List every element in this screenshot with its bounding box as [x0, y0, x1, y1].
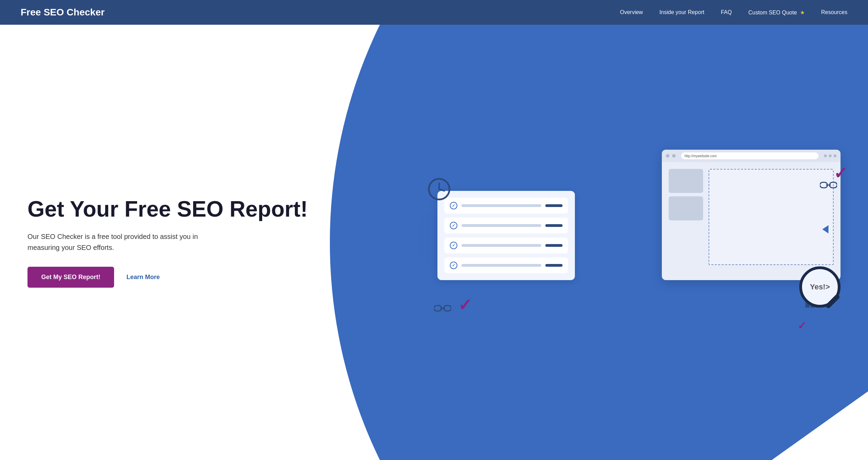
check-circle-1 — [450, 202, 457, 209]
checklist-bar-short-2 — [545, 224, 563, 227]
browser-mockup: http://mywebsite.com — [662, 150, 841, 280]
hero-description: Our SEO Checker is a free tool provided … — [27, 231, 206, 253]
browser-dot-2 — [672, 154, 676, 158]
nav-link-faq[interactable]: FAQ — [721, 9, 732, 15]
checkmark-large-1: ✓ — [458, 295, 472, 314]
browser-action-dot-2 — [829, 154, 832, 157]
magnifier-text: Yes!> — [810, 283, 830, 291]
browser-content — [662, 162, 841, 272]
checklist-row-3 — [444, 238, 568, 253]
nav-links: Overview Inside your Report FAQ Custom S… — [620, 9, 847, 16]
checklist-row-1 — [444, 198, 568, 214]
nav-item-faq[interactable]: FAQ — [721, 9, 732, 15]
magnifier-icon: Yes!> — [799, 266, 854, 321]
checklist-row-2 — [444, 218, 568, 233]
site-logo[interactable]: Free SEO Checker — [21, 7, 104, 18]
checklist-card — [437, 191, 575, 280]
checklist-bar-long-4 — [461, 264, 541, 267]
learn-more-link[interactable]: Learn More — [126, 274, 160, 281]
nav-item-inside-report[interactable]: Inside your Report — [659, 9, 704, 15]
browser-dot-1 — [666, 154, 669, 158]
checkmark-small-1: ✓ — [798, 320, 806, 332]
browser-bar: http://mywebsite.com — [662, 150, 841, 162]
checklist-bar-short-4 — [545, 264, 563, 267]
checklist-bar-long-1 — [461, 204, 541, 207]
hero-actions: Get My SEO Report! Learn More — [27, 267, 424, 288]
sidebar-block-2 — [669, 196, 703, 220]
hero-illustration: http://mywebsite.com — [437, 143, 847, 342]
browser-sidebar — [669, 169, 703, 265]
checklist-bar-long-2 — [461, 224, 541, 227]
navbar: Free SEO Checker Overview Inside your Re… — [0, 0, 868, 25]
nav-item-quote[interactable]: Custom SEO Quote ★ — [748, 9, 805, 16]
hero-left: Get Your Free SEO Report! Our SEO Checke… — [27, 197, 437, 287]
arrow-icon — [822, 225, 828, 233]
magnifier-circle: Yes!> — [799, 266, 841, 308]
checklist-bar-long-3 — [461, 244, 541, 247]
hero-title: Get Your Free SEO Report! — [27, 197, 424, 221]
nav-link-quote[interactable]: Custom SEO Quote ★ — [748, 10, 805, 15]
check-circle-2 — [450, 222, 457, 229]
cta-button[interactable]: Get My SEO Report! — [27, 267, 114, 288]
nav-item-overview[interactable]: Overview — [620, 9, 643, 15]
browser-action-dot-3 — [834, 154, 836, 157]
star-icon: ★ — [800, 10, 805, 15]
checklist-bar-short-1 — [545, 204, 563, 207]
browser-main-area — [709, 169, 834, 265]
checklist-bar-short-3 — [545, 244, 563, 247]
checklist-row-4 — [444, 257, 568, 273]
hero-section: Get Your Free SEO Report! Our SEO Checke… — [0, 25, 868, 460]
nav-item-resources[interactable]: Resources — [821, 9, 847, 15]
check-circle-4 — [450, 262, 457, 269]
nav-link-resources[interactable]: Resources — [821, 9, 847, 15]
checkmark-large-2: ✓ — [834, 163, 847, 183]
browser-action-dot-1 — [824, 154, 827, 157]
check-circle-3 — [450, 242, 457, 249]
link-chain-icon-bottom — [434, 304, 451, 314]
nav-link-inside-report[interactable]: Inside your Report — [659, 9, 704, 15]
nav-link-overview[interactable]: Overview — [620, 9, 643, 15]
clock-icon — [427, 177, 451, 201]
svg-line-2 — [439, 189, 444, 191]
browser-actions — [824, 154, 836, 157]
browser-url: http://mywebsite.com — [681, 152, 819, 159]
sidebar-block-1 — [669, 169, 703, 193]
magnifier-handle — [825, 294, 841, 309]
